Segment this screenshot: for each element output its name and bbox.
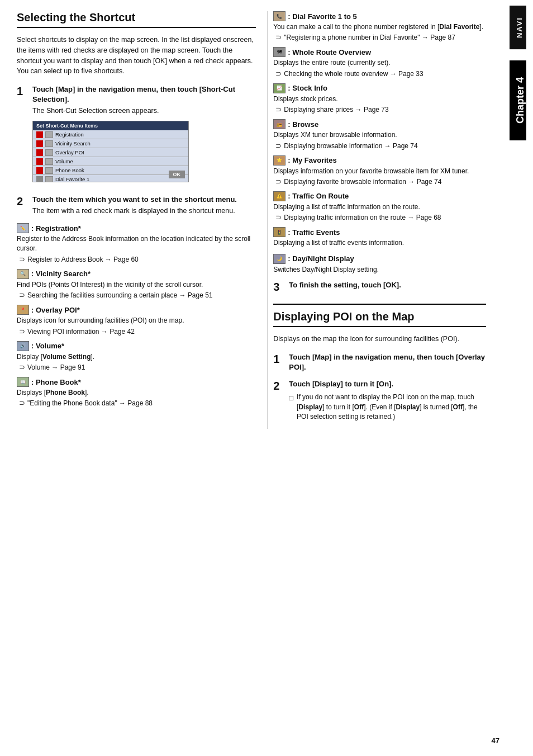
check-icon-3 <box>36 149 43 156</box>
item-browse-ref: ⊃ Displaying browsable information → Pag… <box>273 142 486 150</box>
item-my-favorites-label: : My Favorites <box>288 156 336 164</box>
item-volume-body: Display [Volume Setting]. <box>17 352 256 362</box>
step-2-content: Touch the item which you want to set in … <box>32 195 256 216</box>
item-traffic-on-route-ref-text: Displaying traffic information on the ro… <box>284 214 441 221</box>
item-overlay-poi: 📍 : Overlay POI* Displays icon for surro… <box>17 305 256 335</box>
item-my-favorites-ref: ⊃ Displaying favorite browsable informat… <box>273 178 486 186</box>
row-icon-6 <box>45 176 53 183</box>
item-whole-route-label: : Whole Route Overview <box>288 48 371 56</box>
item-traffic-on-route-header: ⚠️ : Traffic On Route <box>273 191 486 201</box>
arrow-sym-3: ⊃ <box>19 327 25 336</box>
item-traffic-events: 🚦 : Traffic Events Displaying a list of … <box>273 227 486 248</box>
item-dial-favorite-label: : Dial Favorite 1 to 5 <box>288 12 357 21</box>
sidebar-navi-label: NAVI <box>515 17 524 38</box>
item-volume-ref: ⊃ Volume → Page 91 <box>17 363 256 371</box>
screenshot-row-2: Vicinity Search <box>33 139 188 148</box>
volume-icon: 🔊 <box>17 341 29 351</box>
item-overlay-poi-label: : Overlay POI* <box>31 306 80 314</box>
item-stock-info-ref: ⊃ Displaying share prices → Page 73 <box>273 106 486 114</box>
check-icon-2 <box>36 140 43 147</box>
item-volume-label: : Volume* <box>31 342 64 350</box>
day-night-icon: 🌙 <box>273 254 285 264</box>
row-icon-3 <box>45 149 53 156</box>
item-day-night: 🌙 : Day/Night Display Switches Day/Night… <box>273 254 486 275</box>
item-dial-favorite-body: You can make a call to the phone number … <box>273 22 486 32</box>
arrow-sym-1: ⊃ <box>19 255 25 263</box>
arrow-sym-2: ⊃ <box>19 291 25 299</box>
poi-step-1-content: Touch [Map] in the navigation menu, then… <box>289 352 486 372</box>
item-whole-route-header: 🗺 : Whole Route Overview <box>273 47 486 57</box>
item-day-night-label: : Day/Night Display <box>288 254 354 263</box>
item-overlay-poi-ref-text: Viewing POI information → Page 42 <box>27 328 135 336</box>
poi-step-2-content: Touch [Display] to turn it [On]. □ If yo… <box>289 379 486 422</box>
arrow-sym-r3: ⊃ <box>275 105 282 114</box>
arrow-sym-r4: ⊃ <box>275 141 282 150</box>
sidebar-navi-tab: NAVI <box>510 6 526 49</box>
item-overlay-poi-body: Displays icon for surrounding facilities… <box>17 316 256 325</box>
item-my-favorites-ref-text: Displaying favorite browsable informatio… <box>284 178 441 186</box>
check-icon-5 <box>36 167 43 174</box>
stock-info-icon: 📈 <box>273 83 285 93</box>
item-registration-header: ✏️ : Registration* <box>17 223 256 233</box>
screenshot-row-5: Phone Book <box>33 166 188 175</box>
right-sidebar: NAVI Chapter 4 Modifying Map Configurati… <box>503 0 533 756</box>
item-traffic-on-route-ref: ⊃ Displaying traffic information on the … <box>273 214 486 221</box>
check-icon-4 <box>36 158 43 165</box>
screenshot-row-4: Volume <box>33 157 188 166</box>
item-overlay-poi-ref: ⊃ Viewing POI information → Page 42 <box>17 328 256 336</box>
poi-step-2-note-text: If you do not want to display the POI ic… <box>297 393 486 422</box>
sidebar-chapter-sub: Modifying Map Configurations <box>527 66 533 133</box>
poi-section-title: Displaying POI on the Map <box>273 310 486 327</box>
item-registration-ref: ⊃ Register to Address Book → Page 60 <box>17 256 256 263</box>
poi-step-1-number: 1 <box>273 352 284 372</box>
screenshot-row-1: Registration <box>33 130 188 139</box>
right-column: 📞 : Dial Favorite 1 to 5 You can make a … <box>267 11 486 429</box>
intro-paragraph: Select shortcuts to display on the map s… <box>17 35 256 77</box>
row-icon-4 <box>45 158 53 165</box>
step-1-sub: The Short-Cut Selection screen appears. <box>32 106 256 116</box>
traffic-on-route-icon: ⚠️ <box>273 191 285 201</box>
ok-button-screenshot: OK <box>169 171 185 178</box>
item-vicinity-search-header: 🔍 : Vicinity Search* <box>17 269 256 279</box>
vicinity-search-icon: 🔍 <box>17 269 29 279</box>
item-whole-route-body: Displays the entire route (currently set… <box>273 58 486 68</box>
item-browse-label: : Browse <box>288 120 318 129</box>
item-dial-favorite-header: 📞 : Dial Favorite 1 to 5 <box>273 11 486 21</box>
step-3-number: 3 <box>273 280 284 294</box>
traffic-events-icon: 🚦 <box>273 227 285 237</box>
item-browse: 📻 : Browse Displays XM tuner browsable i… <box>273 119 486 149</box>
item-phone-book-ref: ⊃ "Editing the Phone Book data" → Page 8… <box>17 399 256 407</box>
item-browse-ref-text: Displaying browsable information → Page … <box>284 142 417 150</box>
step-3: 3 To finish the setting, touch [OK]. <box>273 280 486 294</box>
step-1: 1 Touch [Map] in the navigation menu, th… <box>17 84 256 188</box>
row-icon-2 <box>45 140 53 147</box>
item-dial-favorite: 📞 : Dial Favorite 1 to 5 You can make a … <box>273 11 486 41</box>
item-traffic-events-label: : Traffic Events <box>288 228 340 237</box>
my-favorites-icon: ⭐ <box>273 155 285 166</box>
item-registration-body: Register to the Address Book information… <box>17 234 256 254</box>
poi-step-1: 1 Touch [Map] in the navigation menu, th… <box>273 352 486 372</box>
item-vicinity-search-body: Find POIs (Points Of Interest) in the vi… <box>17 280 256 290</box>
arrow-sym-r5: ⊃ <box>275 177 282 186</box>
item-volume-ref-text: Volume → Page 91 <box>27 363 85 371</box>
browse-icon: 📻 <box>273 119 285 129</box>
left-section-title: Selecting the Shortcut <box>17 11 256 28</box>
screenshot-box: Set Short-Cut Menu Items Registration Vi… <box>32 121 189 182</box>
poi-section: Displaying POI on the Map Displays on th… <box>273 304 486 422</box>
poi-intro: Displays on the map the icon for surroun… <box>273 334 486 344</box>
step-1-title: Touch [Map] in the navigation menu, then… <box>32 84 256 105</box>
screenshot-row-3: Overlay POI <box>33 148 188 157</box>
checkbox-sym: □ <box>289 393 293 422</box>
item-phone-book-label: : Phone Book* <box>31 378 81 386</box>
item-stock-info-ref-text: Displaying share prices → Page 73 <box>284 106 388 114</box>
item-my-favorites-header: ⭐ : My Favorites <box>273 155 486 166</box>
poi-step-2-title: Touch [Display] to turn it [On]. <box>289 379 486 389</box>
row-icon-1 <box>45 131 53 138</box>
poi-step-2-note: □ If you do not want to display the POI … <box>289 393 486 422</box>
item-dial-favorite-ref: ⊃ "Registering a phone number in Dial Fa… <box>273 34 486 41</box>
item-browse-header: 📻 : Browse <box>273 119 486 129</box>
item-day-night-body: Switches Day/Night Display setting. <box>273 265 486 275</box>
item-whole-route-ref: ⊃ Checking the whole route overview → Pa… <box>273 70 486 78</box>
item-traffic-on-route-body: Displaying a list of traffic information… <box>273 202 486 212</box>
item-vicinity-search-label: : Vicinity Search* <box>31 270 91 278</box>
